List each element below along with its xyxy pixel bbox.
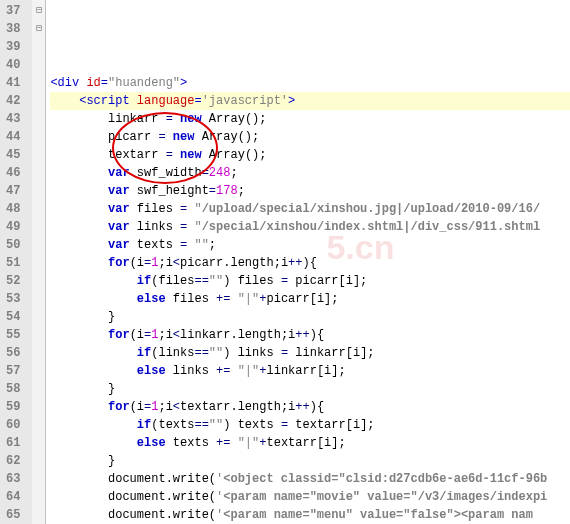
- fold-marker[interactable]: [32, 506, 45, 524]
- line-number: 48: [6, 200, 20, 218]
- code-line[interactable]: document.write('<object classid="clsid:d…: [50, 470, 570, 488]
- line-number: 63: [6, 470, 20, 488]
- code-area: 5.cn <div id="huandeng"> <script languag…: [46, 0, 570, 524]
- fold-gutter: ⊟⊟: [32, 0, 46, 524]
- fold-marker[interactable]: [32, 236, 45, 254]
- line-number: 58: [6, 380, 20, 398]
- fold-marker[interactable]: [32, 56, 45, 74]
- code-line[interactable]: else links += "|"+linkarr[i];: [50, 362, 570, 380]
- code-line[interactable]: var texts = "";: [50, 236, 570, 254]
- code-line[interactable]: var swf_height=178;: [50, 182, 570, 200]
- fold-marker[interactable]: [32, 380, 45, 398]
- fold-marker[interactable]: [32, 182, 45, 200]
- code-line[interactable]: }: [50, 308, 570, 326]
- fold-marker[interactable]: [32, 146, 45, 164]
- code-line[interactable]: document.write('<param name="movie" valu…: [50, 488, 570, 506]
- code-line[interactable]: else texts += "|"+textarr[i];: [50, 434, 570, 452]
- fold-marker[interactable]: [32, 488, 45, 506]
- fold-marker[interactable]: [32, 452, 45, 470]
- line-number: 51: [6, 254, 20, 272]
- code-line[interactable]: textarr = new Array();: [50, 146, 570, 164]
- line-number: 53: [6, 290, 20, 308]
- fold-marker[interactable]: [32, 326, 45, 344]
- line-number: 59: [6, 398, 20, 416]
- line-number: 57: [6, 362, 20, 380]
- code-line[interactable]: if(files=="") files = picarr[i];: [50, 272, 570, 290]
- code-line[interactable]: for(i=1;i<picarr.length;i++){: [50, 254, 570, 272]
- code-line[interactable]: var links = "/special/xinshou/index.shtm…: [50, 218, 570, 236]
- fold-marker[interactable]: [32, 470, 45, 488]
- code-line[interactable]: picarr = new Array();: [50, 128, 570, 146]
- code-line[interactable]: var files = "/upload/special/xinshou.jpg…: [50, 200, 570, 218]
- line-number: 42: [6, 92, 20, 110]
- code-line[interactable]: if(texts=="") texts = textarr[i];: [50, 416, 570, 434]
- fold-marker[interactable]: [32, 128, 45, 146]
- fold-marker[interactable]: ⊟: [32, 20, 45, 38]
- line-number: 62: [6, 452, 20, 470]
- line-number: 64: [6, 488, 20, 506]
- line-number: 45: [6, 146, 20, 164]
- line-number: 38: [6, 20, 20, 38]
- line-number: 47: [6, 182, 20, 200]
- line-number: 55: [6, 326, 20, 344]
- line-number-gutter: 3738394041424344454647484950515253545556…: [0, 0, 32, 524]
- code-line[interactable]: for(i=1;i<textarr.length;i++){: [50, 398, 570, 416]
- line-number: 41: [6, 74, 20, 92]
- fold-marker[interactable]: [32, 344, 45, 362]
- line-number: 61: [6, 434, 20, 452]
- fold-marker[interactable]: [32, 434, 45, 452]
- fold-marker[interactable]: [32, 218, 45, 236]
- fold-marker[interactable]: [32, 164, 45, 182]
- code-line[interactable]: if(links=="") links = linkarr[i];: [50, 344, 570, 362]
- fold-marker[interactable]: [32, 272, 45, 290]
- fold-marker[interactable]: [32, 110, 45, 128]
- fold-marker[interactable]: [32, 290, 45, 308]
- fold-marker[interactable]: [32, 200, 45, 218]
- fold-marker[interactable]: [32, 254, 45, 272]
- fold-marker[interactable]: [32, 38, 45, 56]
- code-line[interactable]: }: [50, 380, 570, 398]
- code-line[interactable]: document.write('<param name="menu" value…: [50, 506, 570, 524]
- fold-marker[interactable]: [32, 362, 45, 380]
- line-number: 37: [6, 2, 20, 20]
- line-number: 44: [6, 128, 20, 146]
- fold-marker[interactable]: [32, 74, 45, 92]
- code-line[interactable]: <div id="huandeng">: [50, 74, 570, 92]
- line-number: 54: [6, 308, 20, 326]
- fold-marker[interactable]: ⊟: [32, 2, 45, 20]
- line-number: 65: [6, 506, 20, 524]
- fold-marker[interactable]: [32, 92, 45, 110]
- code-line[interactable]: for(i=1;i<linkarr.length;i++){: [50, 326, 570, 344]
- fold-marker[interactable]: [32, 398, 45, 416]
- code-line[interactable]: linkarr = new Array();: [50, 110, 570, 128]
- line-number: 39: [6, 38, 20, 56]
- code-line[interactable]: }: [50, 452, 570, 470]
- line-number: 46: [6, 164, 20, 182]
- fold-marker[interactable]: [32, 308, 45, 326]
- code-line[interactable]: var swf_width=248;: [50, 164, 570, 182]
- code-editor: 3738394041424344454647484950515253545556…: [0, 0, 570, 524]
- line-number: 60: [6, 416, 20, 434]
- code-line[interactable]: <script language='javascript'>: [50, 92, 570, 110]
- line-number: 50: [6, 236, 20, 254]
- line-number: 43: [6, 110, 20, 128]
- code-line[interactable]: else files += "|"+picarr[i];: [50, 290, 570, 308]
- line-number: 52: [6, 272, 20, 290]
- line-number: 56: [6, 344, 20, 362]
- line-number: 49: [6, 218, 20, 236]
- fold-marker[interactable]: [32, 416, 45, 434]
- line-number: 40: [6, 56, 20, 74]
